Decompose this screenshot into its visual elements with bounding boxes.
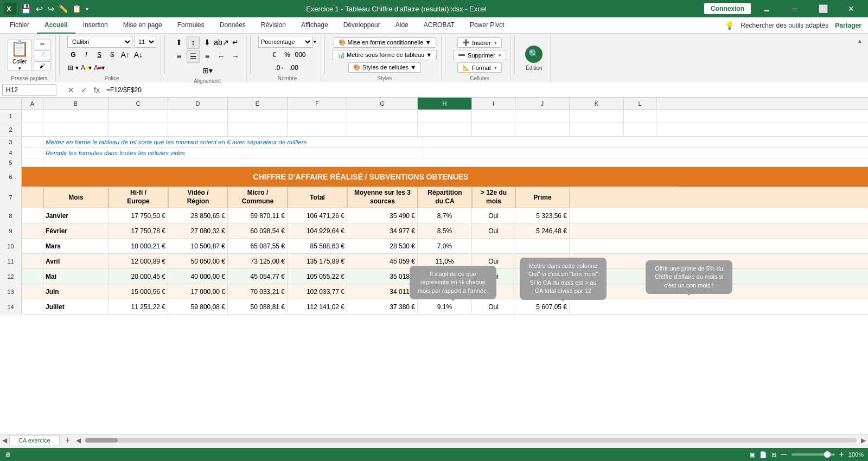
cell-f1[interactable] — [288, 110, 347, 123]
cell-a13[interactable] — [22, 284, 43, 299]
decrease-font-button[interactable]: A↓ — [132, 49, 144, 61]
cell-micro-8[interactable]: 59 870,11 € — [228, 208, 288, 223]
cell-prime-9[interactable]: 5 246,48 € — [515, 223, 570, 239]
cell-total-8[interactable]: 106 471,26 € — [288, 208, 347, 223]
cell-hifi-13[interactable]: 15 000,56 € — [108, 284, 168, 299]
form-icon[interactable]: 📋 — [72, 4, 81, 13]
cell-c1[interactable] — [108, 110, 168, 123]
row-num-13[interactable]: 13 — [0, 284, 22, 299]
tab-acrobat[interactable]: ACROBAT — [416, 17, 462, 34]
cell-moyenne-14[interactable]: 37 380 € — [347, 299, 418, 315]
strikethrough-button[interactable]: S — [106, 49, 118, 61]
cell-douzieme-9[interactable]: Oui — [472, 223, 515, 239]
tab-aide[interactable]: Aide — [388, 17, 416, 34]
tab-revision[interactable]: Révision — [253, 17, 293, 34]
cell-a7[interactable] — [22, 187, 43, 208]
cell-hifi-11[interactable]: 12 000,89 € — [108, 254, 168, 269]
cell-hifi-9[interactable]: 17 750,78 € — [108, 223, 168, 239]
underline-button[interactable]: S — [93, 49, 105, 61]
page-layout-icon[interactable]: 📄 — [760, 451, 767, 458]
undo-icon[interactable]: ↩ — [36, 4, 43, 14]
font-family-select[interactable]: Calibri — [67, 36, 132, 48]
col-header-h[interactable]: H — [418, 98, 472, 110]
cell-douzieme-14[interactable]: Oui — [472, 299, 515, 315]
th-prime[interactable]: Prime — [515, 187, 570, 208]
tab-donnees[interactable]: Données — [212, 17, 253, 34]
insert-function-icon[interactable]: fx — [92, 85, 102, 95]
cell-video-8[interactable]: 28 850,65 € — [168, 208, 228, 223]
maximize-button[interactable]: ⬜ — [810, 0, 835, 17]
cell-micro-13[interactable]: 70 033,21 € — [228, 284, 288, 299]
cell-moyenne-11[interactable]: 45 059 € — [347, 254, 418, 269]
cell-total-10[interactable]: 85 588,63 € — [288, 239, 347, 254]
cell-a3[interactable] — [22, 137, 43, 148]
cell-total-13[interactable]: 102 033,77 € — [288, 284, 347, 299]
cell-repartition-9[interactable]: 8,5% — [418, 223, 472, 239]
cell-total-14[interactable]: 112 141,02 € — [288, 299, 347, 315]
cell-a6[interactable] — [22, 167, 43, 187]
row-num-12[interactable]: 12 — [0, 269, 22, 284]
align-bottom-button[interactable]: ⬇ — [201, 36, 214, 49]
row-num-11[interactable]: 11 — [0, 254, 22, 269]
cell-mois-9[interactable]: Février — [43, 223, 108, 239]
cell-hifi-10[interactable]: 10 000,21 € — [108, 239, 168, 254]
col-header-f[interactable]: F — [288, 98, 347, 110]
text-angle-button[interactable]: ab↗ — [215, 36, 228, 49]
confirm-formula-icon[interactable]: ✓ — [79, 85, 90, 95]
align-middle-button[interactable]: ↕ — [187, 36, 200, 49]
row-num-10[interactable]: 10 — [0, 239, 22, 254]
cell-mois-14[interactable]: Juillet — [43, 299, 108, 315]
cell-h1[interactable] — [418, 110, 472, 123]
cell-a8[interactable] — [22, 208, 43, 223]
col-header-i[interactable]: I — [472, 98, 515, 110]
cell-video-14[interactable]: 59 800,08 € — [168, 299, 228, 315]
merge-center-button[interactable]: ⊞▾ — [201, 64, 214, 77]
th-douzieme[interactable]: > 12e dumois — [472, 187, 515, 208]
thousands-button[interactable]: 000 — [295, 49, 307, 61]
percent-button[interactable]: % — [282, 49, 293, 61]
cell-video-13[interactable]: 17 000,00 € — [168, 284, 228, 299]
cell-mois-10[interactable]: Mars — [43, 239, 108, 254]
col-header-a[interactable]: A — [22, 98, 43, 110]
cell-repartition-8[interactable]: 8,7% — [418, 208, 472, 223]
cell-douzieme-8[interactable]: Oui — [472, 208, 515, 223]
row-num-14[interactable]: 14 — [0, 299, 22, 315]
cell-g1[interactable] — [347, 110, 418, 123]
share-button[interactable]: Partager — [835, 22, 861, 29]
ribbon-collapse-icon[interactable]: ▲ — [857, 38, 863, 44]
increase-decimal-button[interactable]: .00 — [288, 62, 300, 74]
th-video[interactable]: Vidéo /Région — [168, 187, 228, 208]
cell-douzieme-10[interactable] — [472, 239, 515, 254]
th-total[interactable]: Total — [288, 187, 347, 208]
cell-mois-11[interactable]: Avril — [43, 254, 108, 269]
format-painter-button[interactable]: 🖌 — [34, 61, 51, 71]
conditional-format-button[interactable]: 🎨 Mise en forme conditionnelle ▼ — [334, 37, 436, 48]
col-header-g[interactable]: G — [347, 98, 418, 110]
cell-l1[interactable] — [624, 110, 656, 123]
cell-mois-12[interactable]: Mai — [43, 269, 108, 284]
cell-l2[interactable] — [624, 123, 656, 136]
cell-video-10[interactable]: 10 500,87 € — [168, 239, 228, 254]
cell-video-9[interactable]: 27 080,32 € — [168, 223, 228, 239]
cell-video-12[interactable]: 40 000,00 € — [168, 269, 228, 284]
align-top-button[interactable]: ⬆ — [173, 36, 186, 49]
col-header-k[interactable]: K — [570, 98, 624, 110]
cell-micro-14[interactable]: 50 088,81 € — [228, 299, 288, 315]
search-tools-label[interactable]: Rechercher des outils adaptés — [741, 22, 828, 29]
cell-prime-10[interactable] — [515, 239, 570, 254]
ribbon-collapse-button[interactable]: 🗕 — [754, 0, 779, 17]
delete-cells-button[interactable]: ➖ Supprimer ▾ — [453, 50, 506, 60]
cell-a14[interactable] — [22, 299, 43, 315]
font-color-button[interactable]: A ▾ — [93, 62, 105, 74]
cell-moyenne-8[interactable]: 35 490 € — [347, 208, 418, 223]
tab-fichier[interactable]: Fichier — [2, 17, 37, 34]
formula-input[interactable] — [104, 86, 866, 94]
cell-a4[interactable] — [22, 148, 43, 158]
cell-hifi-12[interactable]: 20 000,45 € — [108, 269, 168, 284]
cell-micro-11[interactable]: 73 125,00 € — [228, 254, 288, 269]
cell-b2[interactable] — [43, 123, 108, 136]
cell-micro-12[interactable]: 45 054,77 € — [228, 269, 288, 284]
scroll-left-icon[interactable]: ◀ — [76, 437, 81, 444]
table-title-cell[interactable]: CHIFFRE D'AFFAIRE RÉALISÉ / SUBVENTIONS … — [43, 167, 678, 187]
cell-b1[interactable] — [43, 110, 108, 123]
